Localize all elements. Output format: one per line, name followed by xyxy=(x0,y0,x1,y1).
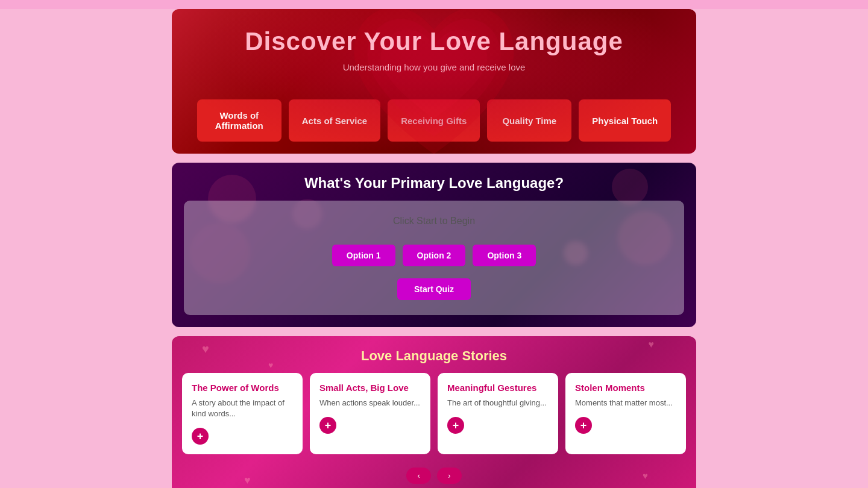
hero-section: Discover Your Love Language Understandin… xyxy=(172,9,696,154)
quiz-content: What's Your Primary Love Language? Click… xyxy=(172,163,696,327)
pagination-prev-button[interactable]: ‹ xyxy=(406,468,430,484)
story-card-1-text: A story about the impact of kind words..… xyxy=(192,398,293,419)
quiz-options: Option 1 Option 2 Option 3 xyxy=(202,245,666,266)
start-quiz-button[interactable]: Start Quiz xyxy=(397,278,471,300)
story-card-3-title: Meaningful Gestures xyxy=(447,383,549,393)
hero-content: Discover Your Love Language Understandin… xyxy=(172,9,696,99)
story-card-2-title: Small Acts, Big Love xyxy=(319,383,421,393)
story-card-2-text: When actions speak louder... xyxy=(319,398,421,408)
story-card-2-expand-button[interactable]: + xyxy=(319,417,336,434)
hero-title: Discover Your Love Language xyxy=(184,27,684,56)
story-card-4-title: Stolen Moments xyxy=(575,383,676,393)
option-1-button[interactable]: Option 1 xyxy=(332,245,395,266)
story-card-1-title: The Power of Words xyxy=(192,383,293,393)
start-quiz-container: Start Quiz xyxy=(202,275,666,300)
quiz-box: Click Start to Begin Option 1 Option 2 O… xyxy=(184,201,684,315)
story-card-4-text: Moments that matter most... xyxy=(575,398,676,408)
story-card-4-expand-button[interactable]: + xyxy=(575,417,592,434)
quiz-prompt: Click Start to Begin xyxy=(202,216,666,227)
stories-grid: The Power of Words A story about the imp… xyxy=(184,373,684,454)
quiz-section: What's Your Primary Love Language? Click… xyxy=(172,163,696,327)
option-2-button[interactable]: Option 2 xyxy=(403,245,466,266)
option-3-button[interactable]: Option 3 xyxy=(473,245,536,266)
story-card-4: Stolen Moments Moments that matter most.… xyxy=(565,373,686,454)
pagination-next-button[interactable]: › xyxy=(437,468,461,484)
page-wrapper: Discover Your Love Language Understandin… xyxy=(0,9,868,488)
story-card-3-text: The art of thoughtful giving... xyxy=(447,398,549,408)
stories-title: Love Language Stories xyxy=(184,348,684,364)
pagination-area: ‹ › xyxy=(184,461,684,487)
story-card-2: Small Acts, Big Love When actions speak … xyxy=(310,373,430,454)
story-card-1: The Power of Words A story about the imp… xyxy=(182,373,303,454)
story-card-1-expand-button[interactable]: + xyxy=(192,428,209,445)
story-card-3-expand-button[interactable]: + xyxy=(447,417,464,434)
stories-section: ♥ ♥ ♥ ♥ ♥ ♥ ♥ Love Language Stories The … xyxy=(172,336,696,488)
quiz-title: What's Your Primary Love Language? xyxy=(184,175,684,192)
story-card-3: Meaningful Gestures The art of thoughtfu… xyxy=(438,373,558,454)
stories-content: Love Language Stories The Power of Words… xyxy=(172,336,696,488)
hero-subtitle: Understanding how you give and receive l… xyxy=(184,62,684,72)
